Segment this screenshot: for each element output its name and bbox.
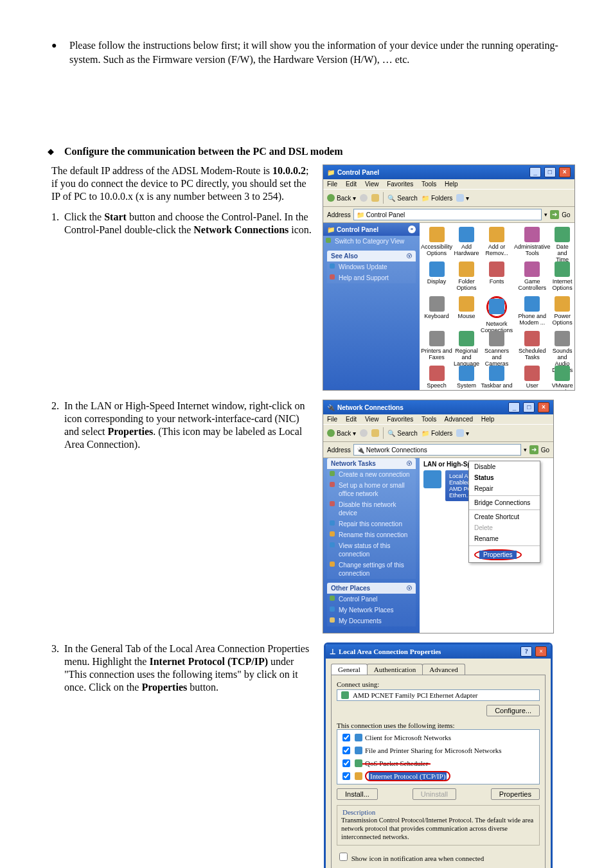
tab-advanced[interactable]: Advanced bbox=[422, 664, 465, 675]
max-button[interactable]: □ bbox=[523, 402, 535, 412]
show-icon-row[interactable]: Show icon in notification area when conn… bbox=[337, 851, 540, 863]
close-button[interactable]: × bbox=[559, 167, 571, 177]
cp-item[interactable]: Sounds and Audio Devices bbox=[552, 331, 573, 364]
addr-field[interactable]: 🔌Network Connections bbox=[353, 444, 521, 456]
configure-button[interactable]: Configure... bbox=[486, 705, 540, 716]
close-button[interactable]: × bbox=[535, 646, 547, 657]
cp-item[interactable]: Printers and Faxes bbox=[421, 331, 452, 364]
nc-task[interactable]: View status of this connection bbox=[327, 540, 416, 560]
chk-qos[interactable] bbox=[342, 759, 350, 767]
item-fileprint[interactable]: File and Printer Sharing for Microsoft N… bbox=[340, 744, 537, 757]
back-button[interactable]: Back ▾ bbox=[327, 429, 356, 437]
back-button[interactable]: Back ▾ bbox=[327, 194, 356, 202]
nc-other-item[interactable]: My Documents bbox=[327, 616, 416, 626]
ctx-shortcut[interactable]: Create Shortcut bbox=[469, 511, 540, 522]
lan-icon[interactable] bbox=[423, 470, 441, 488]
tab-general[interactable]: General bbox=[331, 664, 368, 675]
item-tcpip[interactable]: Internet Protocol (TCP/IP) bbox=[340, 770, 537, 783]
nc-other-item[interactable]: Control Panel bbox=[327, 594, 416, 605]
cp-item[interactable]: Power Options bbox=[552, 296, 573, 330]
cp-item[interactable]: Game Controllers bbox=[514, 261, 551, 295]
cp-item[interactable]: Add or Remov... bbox=[481, 227, 513, 260]
max-button[interactable]: □ bbox=[544, 167, 556, 177]
addr-field[interactable]: 📁Control Panel bbox=[353, 209, 542, 220]
cp-item[interactable]: User Accounts bbox=[514, 366, 551, 390]
item-qos[interactable]: QoS Packet Scheduler bbox=[340, 757, 537, 770]
close-button[interactable]: × bbox=[538, 402, 549, 412]
ctx-status[interactable]: Status bbox=[469, 472, 540, 483]
cp-item[interactable]: Mouse bbox=[454, 296, 479, 330]
menu-help[interactable]: Help bbox=[445, 181, 458, 188]
cp-item[interactable]: Phone and Modem ... bbox=[514, 296, 551, 330]
help-button[interactable]: ? bbox=[520, 646, 532, 657]
menu-edit[interactable]: Edit bbox=[346, 416, 357, 423]
cp-item[interactable]: Add Hardware bbox=[454, 227, 479, 260]
menu-file[interactable]: File bbox=[327, 416, 337, 423]
folders-button[interactable]: 📁 Folders bbox=[422, 430, 452, 437]
cp-item[interactable]: Fonts bbox=[481, 261, 513, 295]
nc-task[interactable]: Disable this network device bbox=[327, 499, 416, 518]
cp-item[interactable]: Folder Options bbox=[454, 261, 479, 295]
cp-item[interactable]: Scanners and Cameras bbox=[481, 331, 513, 364]
folders-button[interactable]: 📁 Folders bbox=[422, 195, 452, 202]
properties-button[interactable]: Properties bbox=[491, 788, 540, 800]
ctx-repair[interactable]: Repair bbox=[469, 483, 540, 494]
cp-item[interactable]: Network Connections bbox=[481, 296, 513, 330]
see-help-support[interactable]: Help and Support bbox=[327, 272, 416, 283]
nc-task[interactable]: Set up a home or small office network bbox=[327, 480, 416, 499]
cp-item[interactable]: Keyboard bbox=[421, 296, 452, 330]
collapse-icon[interactable]: « bbox=[408, 226, 416, 233]
min-button[interactable]: _ bbox=[508, 402, 520, 412]
cp-item[interactable]: System bbox=[454, 366, 479, 390]
views-button[interactable]: ▾ bbox=[456, 194, 469, 202]
menu-view[interactable]: View bbox=[365, 416, 379, 423]
cp-item[interactable]: Administrative Tools bbox=[514, 227, 551, 260]
ctx-disable[interactable]: Disable bbox=[469, 461, 540, 472]
menu-file[interactable]: File bbox=[327, 181, 337, 188]
menu-advanced[interactable]: Advanced bbox=[445, 416, 473, 423]
menu-tools[interactable]: Tools bbox=[422, 416, 436, 423]
switch-view-link[interactable]: Switch to Category View bbox=[323, 236, 420, 247]
chk-tcpip[interactable] bbox=[342, 772, 350, 780]
menu-tools[interactable]: Tools bbox=[422, 181, 436, 188]
cp-item[interactable]: Regional and Language ... bbox=[454, 331, 479, 364]
menu-favorites[interactable]: Favorites bbox=[387, 416, 413, 423]
item-client[interactable]: Client for Microsoft Networks bbox=[340, 731, 537, 744]
menu-view[interactable]: View bbox=[365, 181, 379, 188]
views-button[interactable]: ▾ bbox=[456, 429, 469, 437]
go-button[interactable]: ➜ bbox=[550, 210, 559, 219]
cp-item[interactable]: Display bbox=[421, 261, 452, 295]
nc-other-item[interactable]: My Network Places bbox=[327, 605, 416, 616]
chk-show-icon[interactable] bbox=[339, 853, 348, 861]
chk-client[interactable] bbox=[342, 734, 350, 741]
nc-task[interactable]: Repair this connection bbox=[327, 518, 416, 529]
ctx-properties-wrap[interactable]: Properties bbox=[469, 547, 540, 562]
fwd-button[interactable] bbox=[360, 429, 368, 437]
cp-item[interactable]: Taskbar and bbox=[481, 366, 513, 390]
nc-task[interactable]: Rename this connection bbox=[327, 529, 416, 540]
ctx-rename[interactable]: Rename bbox=[469, 533, 540, 544]
search-button[interactable]: 🔍 Search bbox=[387, 195, 418, 202]
menu-favorites[interactable]: Favorites bbox=[387, 181, 413, 188]
min-button[interactable]: _ bbox=[529, 167, 541, 177]
chk-fileprint[interactable] bbox=[342, 747, 350, 754]
cp-item[interactable]: Date and Time bbox=[552, 227, 573, 260]
up-button[interactable] bbox=[371, 194, 379, 202]
up-button[interactable] bbox=[371, 429, 379, 437]
menu-edit[interactable]: Edit bbox=[346, 181, 357, 188]
cp-item[interactable]: Speech bbox=[421, 366, 452, 390]
nc-task[interactable]: Change settings of this connection bbox=[327, 560, 416, 579]
cp-item[interactable]: Accessibility Options bbox=[421, 227, 452, 260]
nc-task[interactable]: Create a new connection bbox=[327, 469, 416, 480]
cp-item[interactable]: VMware Tools bbox=[552, 366, 573, 390]
go-button[interactable]: ➜ bbox=[529, 445, 538, 454]
menu-help[interactable]: Help bbox=[481, 416, 495, 423]
install-button[interactable]: Install... bbox=[337, 788, 378, 800]
ctx-bridge[interactable]: Bridge Connections bbox=[469, 497, 540, 508]
cp-item[interactable]: Scheduled Tasks bbox=[514, 331, 551, 364]
search-button[interactable]: 🔍 Search bbox=[387, 430, 418, 437]
fwd-button[interactable] bbox=[360, 194, 368, 202]
cp-item[interactable]: Internet Options bbox=[552, 261, 573, 295]
see-windows-update[interactable]: Windows Update bbox=[327, 261, 416, 272]
tab-auth[interactable]: Authentication bbox=[367, 664, 423, 675]
